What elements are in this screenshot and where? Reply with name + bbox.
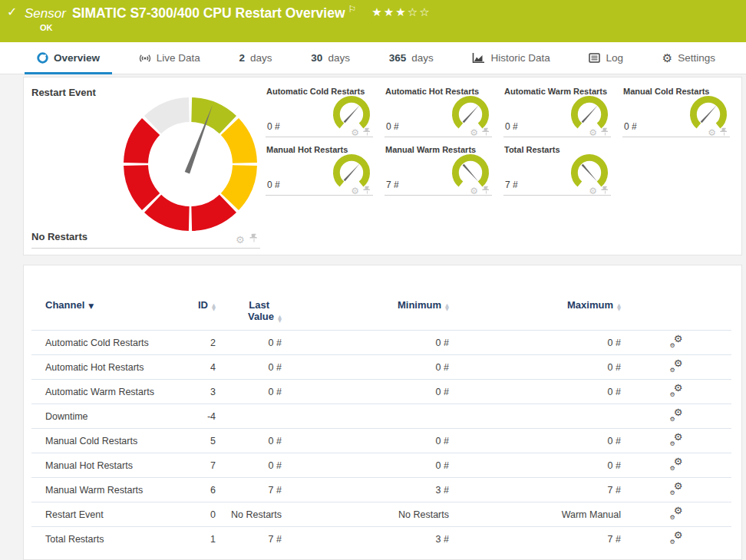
tab-overview[interactable]: Overview: [32, 42, 104, 74]
channel-settings-icon[interactable]: ⚙⚙: [670, 410, 683, 422]
channel-name-cell[interactable]: Automatic Hot Restarts: [31, 355, 185, 380]
channel-id-cell: 6: [185, 478, 216, 502]
tab-label: days: [328, 52, 350, 64]
pin-icon[interactable]: [482, 184, 490, 198]
channel-name-cell[interactable]: Manual Cold Restarts: [31, 429, 185, 453]
pin-icon[interactable]: [482, 126, 490, 140]
gear-icon[interactable]: ⚙: [236, 235, 245, 245]
star-icon[interactable]: ☆: [419, 5, 431, 18]
channel-id-cell: 5: [185, 429, 216, 453]
tab-settings[interactable]: ⚙ Settings: [658, 42, 720, 74]
gear-icon[interactable]: ⚙: [470, 186, 478, 196]
column-label: Channel: [45, 299, 84, 311]
channel-settings-icon[interactable]: ⚙⚙: [670, 434, 683, 446]
flag-icon[interactable]: ⚐: [348, 4, 357, 15]
channel-id-cell: 1: [185, 527, 216, 552]
tab-365-days[interactable]: 365 days: [385, 42, 438, 74]
channel-gauge-cell[interactable]: Automatic Cold Restarts0 #⚙: [266, 85, 373, 137]
divider: [31, 248, 260, 249]
last-value-cell: 7 #: [216, 527, 282, 552]
tab-label: days: [411, 52, 434, 64]
maximum-cell: 0 #: [449, 453, 621, 478]
pin-icon[interactable]: [601, 126, 609, 140]
maximum-cell: 0 #: [449, 331, 621, 355]
star-icon[interactable]: ★: [384, 5, 395, 18]
channel-gauge-value: 0 #: [386, 121, 399, 132]
table-row: Automatic Hot Restarts40 #0 #0 #⚙⚙: [31, 355, 731, 380]
pin-icon[interactable]: [601, 184, 609, 198]
channel-settings-icon[interactable]: ⚙⚙: [670, 336, 683, 348]
sensor-kind-label: Sensor: [25, 6, 66, 21]
channel-id-cell: 4: [185, 355, 216, 380]
table-header-row: Channel▼ ID▲▼ Last Value▲▼ Minimum▲▼ Max…: [31, 265, 731, 331]
tab-2-days[interactable]: 2 days: [235, 42, 277, 74]
channel-name-cell[interactable]: Total Restarts: [31, 527, 185, 552]
channel-name-cell[interactable]: Downtime: [31, 404, 185, 429]
gear-icon[interactable]: ⚙: [351, 186, 359, 196]
pin-icon[interactable]: [720, 126, 728, 140]
star-icon[interactable]: ★: [371, 5, 383, 18]
gauge-icon: [37, 52, 48, 64]
column-label: Value: [248, 311, 274, 322]
channel-gauge-cell[interactable]: Automatic Hot Restarts0 #⚙: [385, 85, 492, 137]
tab-historic-data[interactable]: Historic Data: [467, 42, 554, 74]
ok-check-icon: ✓: [7, 5, 17, 19]
historic-chart-icon: [472, 52, 485, 64]
channel-gauge-cell[interactable]: Manual Warm Restarts7 #⚙: [385, 143, 492, 196]
sort-icon: ▲▼: [445, 304, 449, 311]
column-header-settings: [621, 265, 731, 331]
channel-gauge-cell[interactable]: Total Restarts7 #⚙: [503, 143, 611, 196]
main-gauge-title: Restart Event: [31, 87, 96, 98]
sort-desc-icon: ▼: [88, 302, 94, 310]
pin-icon[interactable]: [363, 126, 371, 140]
channel-name-cell[interactable]: Automatic Cold Restarts: [31, 331, 185, 355]
channel-settings-icon[interactable]: ⚙⚙: [670, 459, 683, 471]
status-ok-label: OK: [40, 23, 53, 32]
gear-icon[interactable]: ⚙: [351, 128, 359, 137]
channel-id-cell: 0: [185, 502, 216, 527]
channel-gauge-title: Total Restarts: [504, 145, 560, 154]
channel-gauge-value: 0 #: [505, 121, 518, 132]
pin-icon[interactable]: [363, 184, 371, 198]
gear-icon[interactable]: ⚙: [708, 128, 716, 137]
table-row: Automatic Warm Restarts30 #0 #0 #⚙⚙: [31, 380, 731, 404]
gear-icon[interactable]: ⚙: [589, 128, 597, 137]
star-icon[interactable]: ★: [395, 5, 407, 18]
channel-gauge-value: 7 #: [505, 180, 518, 190]
pin-icon[interactable]: [249, 232, 259, 246]
table-row: Restart Event0No RestartsNo RestartsWarm…: [31, 502, 731, 527]
tab-live-data[interactable]: Live Data: [134, 42, 205, 74]
column-header-last-value[interactable]: Last Value▲▼: [216, 265, 282, 331]
channel-gauge-cell[interactable]: Manual Hot Restarts0 #⚙: [266, 143, 373, 196]
channel-gauge-cell[interactable]: Manual Cold Restarts0 #⚙: [622, 85, 730, 137]
channel-name-cell[interactable]: Manual Warm Restarts: [31, 478, 185, 502]
channel-settings-icon[interactable]: ⚙⚙: [670, 483, 683, 496]
column-header-maximum[interactable]: Maximum▲▼: [449, 265, 621, 331]
column-header-id[interactable]: ID▲▼: [185, 265, 216, 331]
gear-icon[interactable]: ⚙: [470, 128, 478, 137]
maximum-cell: 0 #: [449, 355, 621, 380]
channel-name-cell[interactable]: Manual Hot Restarts: [31, 453, 185, 478]
tab-label: Overview: [54, 52, 100, 64]
channel-settings-icon[interactable]: ⚙⚙: [670, 361, 683, 373]
last-value-cell: 0 #: [216, 331, 282, 355]
channel-settings-icon[interactable]: ⚙⚙: [670, 508, 683, 520]
column-header-minimum[interactable]: Minimum▲▼: [282, 265, 449, 331]
channel-name-cell[interactable]: Automatic Warm Restarts: [31, 380, 185, 404]
column-label: Minimum: [398, 299, 441, 311]
tab-log[interactable]: Log: [584, 42, 628, 74]
table-row: Automatic Cold Restarts20 #0 #0 #⚙⚙: [31, 331, 731, 355]
minimum-cell: 0 #: [282, 429, 449, 453]
channel-name-cell[interactable]: Restart Event: [31, 502, 185, 527]
channel-settings-icon[interactable]: ⚙⚙: [670, 385, 683, 397]
column-label: ID: [198, 299, 208, 311]
tab-30-days[interactable]: 30 days: [306, 42, 355, 74]
channel-settings-icon[interactable]: ⚙⚙: [670, 532, 683, 545]
channel-gauge-cell[interactable]: Automatic Warm Restarts0 #⚙: [503, 85, 611, 137]
last-value-cell: No Restarts: [216, 502, 282, 527]
maximum-cell: Warm Manual: [449, 502, 621, 527]
column-header-channel[interactable]: Channel▼: [31, 265, 185, 331]
gear-icon[interactable]: ⚙: [589, 186, 597, 196]
star-rating[interactable]: ★★★☆☆: [371, 5, 431, 18]
star-icon[interactable]: ☆: [408, 5, 419, 18]
